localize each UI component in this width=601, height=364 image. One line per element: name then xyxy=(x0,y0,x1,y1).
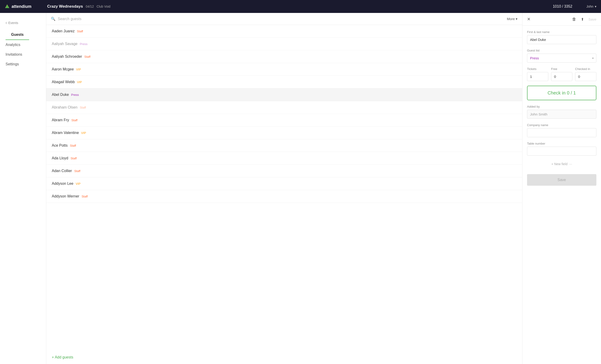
guest-list-item[interactable]: Aaron McgeeVIP xyxy=(46,63,522,76)
save-bottom-button[interactable]: Save xyxy=(527,174,596,186)
check-in-label: Check in 0 / 1 xyxy=(548,90,576,96)
user-name: John xyxy=(586,5,593,8)
name-label: First & last name xyxy=(527,30,596,34)
guest-list-item[interactable]: Abagail WebbVIP xyxy=(46,76,522,88)
guest-list-item[interactable]: Abraham OlsenStaff xyxy=(46,101,522,114)
tickets-field: Tickets xyxy=(527,67,548,81)
user-chevron-icon: ▾ xyxy=(595,5,596,8)
more-button[interactable]: More ▾ xyxy=(507,17,518,21)
guest-name: Ace Potts xyxy=(52,144,68,148)
search-input[interactable] xyxy=(58,17,504,21)
sidebar-nav: GuestsAnalyticsInvitationsSettings xyxy=(0,30,46,69)
close-button[interactable]: ✕ xyxy=(527,17,531,22)
guest-list-item[interactable]: Aaliyah SchroederStaff xyxy=(46,50,522,63)
guest-list-select[interactable]: PressStaffVIP xyxy=(527,54,596,63)
panel-right-actions: 🗑 ⬆ Save xyxy=(572,17,596,22)
guest-tag: Staff xyxy=(84,55,90,59)
save-top-label: Save xyxy=(589,17,596,21)
search-icon: 🔍 xyxy=(51,17,55,21)
guest-name: Aaliyah Schroeder xyxy=(52,55,82,59)
search-wrap: 🔍 xyxy=(51,17,504,21)
guest-name: Aaron Mcgee xyxy=(52,67,74,71)
new-field-row[interactable]: + New field ··· xyxy=(527,160,596,168)
back-to-events[interactable]: ‹ Events xyxy=(0,18,46,28)
added-by-group: Added by John Smith xyxy=(527,105,596,119)
guest-tag: Staff xyxy=(77,29,83,33)
back-label: Events xyxy=(8,21,18,25)
ticket-count: 1010 / 3352 xyxy=(553,4,572,9)
event-date: 04/12 xyxy=(86,5,94,8)
tickets-group: Tickets Free Checked in 012 xyxy=(527,67,596,81)
guest-name: Adan Collier xyxy=(52,169,72,173)
guest-list-item[interactable]: Addyson LeeVIP xyxy=(46,177,522,190)
panel-header: ✕ 🗑 ⬆ Save xyxy=(522,13,601,26)
add-guests-button[interactable]: + Add guests xyxy=(46,351,522,364)
company-name-group: Company name xyxy=(527,123,596,137)
free-label: Free xyxy=(551,67,572,71)
sidebar-item-guests[interactable]: Guests xyxy=(6,30,29,40)
guest-list-field-group: Guest list PressStaffVIP ▾ xyxy=(527,49,596,63)
tickets-label: Tickets xyxy=(527,67,548,71)
guest-list: Aaden JuarezStaffAaliyah SavagePressAali… xyxy=(46,25,522,351)
table-number-group: Table number xyxy=(527,142,596,156)
name-input[interactable] xyxy=(527,35,596,44)
checked-in-select[interactable]: 012 xyxy=(575,72,596,81)
guest-list-item[interactable]: Abel DukePress xyxy=(46,88,522,101)
export-icon: ⬆ xyxy=(581,17,584,21)
company-name-label: Company name xyxy=(527,123,596,127)
tickets-input[interactable] xyxy=(527,72,548,81)
event-venue: Club Void xyxy=(97,5,110,8)
guest-list-item[interactable]: Abram FryStaff xyxy=(46,114,522,126)
guest-list-item[interactable]: Aaliyah SavagePress xyxy=(46,38,522,50)
guest-name: Abraham Olsen xyxy=(52,105,77,109)
guest-list-item[interactable]: Adan CollierStaff xyxy=(46,165,522,177)
guest-tag: VIP xyxy=(77,80,82,84)
free-field: Free xyxy=(551,67,572,81)
added-by-value: John Smith xyxy=(527,110,596,119)
guest-list-select-wrap: PressStaffVIP ▾ xyxy=(527,54,596,63)
guest-list-item[interactable]: Ada LloydStaff xyxy=(46,152,522,165)
logo-icon xyxy=(5,4,10,9)
table-number-input[interactable] xyxy=(527,147,596,156)
sidebar-item-analytics[interactable]: Analytics xyxy=(0,40,46,50)
added-by-label: Added by xyxy=(527,105,596,108)
guest-list-item[interactable]: Abram ValentineVIP xyxy=(46,126,522,139)
new-field-label: + New field xyxy=(551,162,568,166)
panel-body: First & last name Guest list PressStaffV… xyxy=(522,26,601,190)
guest-name: Ada Lloyd xyxy=(52,156,68,160)
app-body: ‹ Events GuestsAnalyticsInvitationsSetti… xyxy=(0,13,601,364)
main-content: 🔍 More ▾ Aaden JuarezStaffAaliyah Savage… xyxy=(46,13,522,364)
delete-button[interactable]: 🗑 xyxy=(572,17,576,22)
guest-name: Abram Fry xyxy=(52,118,69,122)
export-button[interactable]: ⬆ xyxy=(581,17,584,22)
right-panel: ✕ 🗑 ⬆ Save First & last name xyxy=(522,13,601,364)
guest-list-item[interactable]: Ace PottsStaff xyxy=(46,139,522,152)
save-bottom-label: Save xyxy=(558,178,566,182)
name-field-group: First & last name xyxy=(527,30,596,44)
logo: attendium xyxy=(5,4,42,9)
guest-tag: VIP xyxy=(76,67,81,71)
guest-tag: Press xyxy=(71,93,79,97)
sidebar-item-invitations[interactable]: Invitations xyxy=(0,50,46,59)
guest-name: Abram Valentine xyxy=(52,131,79,135)
tickets-row: Tickets Free Checked in 012 xyxy=(527,67,596,81)
guest-list-label: Guest list xyxy=(527,49,596,52)
guest-tag: Staff xyxy=(74,169,80,173)
guest-list-item[interactable]: Addyson WernerStaff xyxy=(46,190,522,203)
guest-tag: VIP xyxy=(76,182,80,186)
free-input[interactable] xyxy=(551,72,572,81)
logo-text: attendium xyxy=(11,4,31,9)
guest-list-item[interactable]: Aaden JuarezStaff xyxy=(46,25,522,38)
company-name-input[interactable] xyxy=(527,128,596,137)
guest-tag: Staff xyxy=(70,156,77,160)
delete-icon: 🗑 xyxy=(572,17,576,21)
sidebar-item-settings[interactable]: Settings xyxy=(0,59,46,69)
event-info: Crazy Wednesdays 04/12 Club Void xyxy=(47,4,547,9)
save-top-button[interactable]: Save xyxy=(589,17,596,21)
check-in-button[interactable]: Check in 0 / 1 xyxy=(527,86,596,100)
user-menu[interactable]: John ▾ xyxy=(578,5,596,8)
guest-name: Abagail Webb xyxy=(52,80,75,84)
checked-in-field: Checked in 012 xyxy=(575,67,596,81)
close-icon: ✕ xyxy=(527,17,531,21)
more-options-label: ··· xyxy=(569,162,572,166)
